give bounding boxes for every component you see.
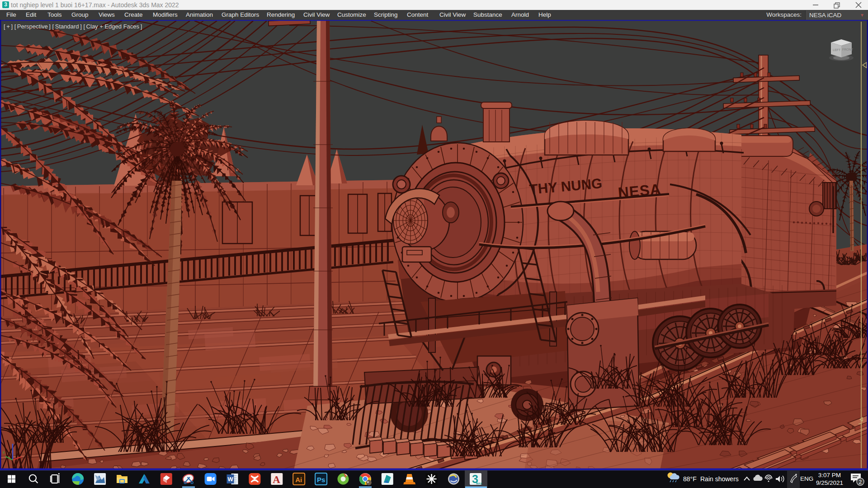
svg-text:A: A — [273, 474, 280, 485]
svg-text:LEFT: LEFT — [833, 48, 841, 52]
svg-text:W: W — [228, 476, 234, 483]
svg-text:FRONT: FRONT — [842, 48, 854, 51]
svg-text:Ai: Ai — [295, 476, 302, 483]
svg-text:88°F: 88°F — [683, 475, 697, 483]
svg-text:9/25/2021: 9/25/2021 — [816, 479, 843, 486]
svg-text:Ps: Ps — [317, 476, 325, 483]
svg-text:ENG: ENG — [800, 475, 813, 482]
svg-text:Rain showers: Rain showers — [700, 475, 739, 483]
svg-text:3:07 PM: 3:07 PM — [818, 472, 841, 479]
svg-text:2: 2 — [859, 479, 862, 485]
svg-text:MAX: MAX — [476, 482, 482, 485]
svg-text:x: x — [3, 450, 5, 455]
